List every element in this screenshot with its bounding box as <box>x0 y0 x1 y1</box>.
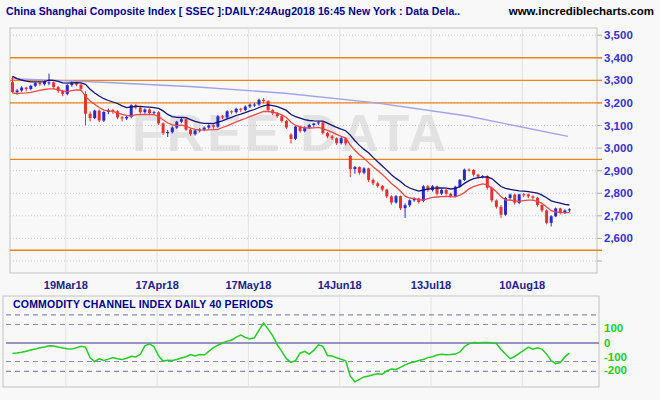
svg-text:100: 100 <box>604 322 623 334</box>
date-gridlines <box>66 28 523 387</box>
ma-lower-line <box>13 89 570 213</box>
price-axis-labels: 3,5003,4003,3003,2003,1003,0002,9002,800… <box>604 29 633 244</box>
svg-text:2,800: 2,800 <box>604 187 633 199</box>
indicator-title: COMMODITY CHANNEL INDEX DAILY 40 PERIODS <box>13 298 273 310</box>
candlestick-series <box>11 74 571 227</box>
svg-text:3,500: 3,500 <box>604 29 633 41</box>
svg-text:17May18: 17May18 <box>225 279 271 291</box>
svg-text:-100: -100 <box>604 351 627 363</box>
svg-text:3,200: 3,200 <box>604 97 633 109</box>
svg-text:2,700: 2,700 <box>604 210 633 222</box>
svg-text:3,100: 3,100 <box>604 120 633 132</box>
cci-line <box>13 323 570 382</box>
price-chart: 3,5003,4003,3003,2003,1003,0002,9002,800… <box>0 0 660 400</box>
svg-text:13Jul18: 13Jul18 <box>411 279 451 291</box>
chart-title: China Shanghai Composite Index [ SSEC ]:… <box>6 5 460 17</box>
title-bar: China Shanghai Composite Index [ SSEC ]:… <box>0 0 660 22</box>
cci-bands <box>6 315 599 372</box>
support-resistance-lines <box>10 58 602 250</box>
svg-text:19Mar18: 19Mar18 <box>44 279 88 291</box>
cci-axis-labels: 1000-100-200 <box>604 322 627 376</box>
svg-text:10Aug18: 10Aug18 <box>499 279 545 291</box>
svg-text:2,600: 2,600 <box>604 232 633 244</box>
svg-text:-200: -200 <box>604 364 627 376</box>
svg-text:3,400: 3,400 <box>604 52 633 64</box>
svg-text:2,900: 2,900 <box>604 165 633 177</box>
svg-text:3,000: 3,000 <box>604 142 633 154</box>
ma-long-line <box>11 79 568 137</box>
price-grid <box>10 35 602 261</box>
svg-text:0: 0 <box>604 337 610 349</box>
website-link[interactable]: www.incrediblecharts.com <box>509 5 654 17</box>
svg-text:17Apr18: 17Apr18 <box>135 279 178 291</box>
date-axis-labels: 19Mar1817Apr1817May1814Jun1813Jul1810Aug… <box>44 279 545 291</box>
svg-text:3,300: 3,300 <box>604 74 633 86</box>
svg-text:14Jun18: 14Jun18 <box>318 279 362 291</box>
